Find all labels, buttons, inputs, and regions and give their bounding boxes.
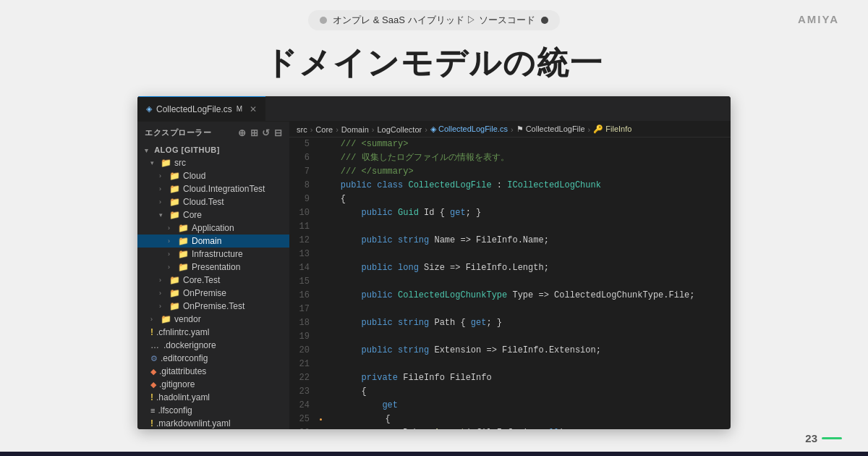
sidebar-item-presentation[interactable]: 📁 Presentation [137, 261, 289, 274]
code-line-6: /// 収集したログファイルの情報を表す。 [320, 151, 731, 165]
sidebar-item-label: Cloud [183, 171, 205, 181]
tab-bar: ◈ CollectedLogFile.cs M ✕ [137, 96, 731, 122]
domain-folder-icon: 📁 [178, 236, 189, 246]
breadcrumb-core: Core [315, 125, 333, 134]
gitattributes-icon: ◆ [150, 367, 156, 376]
code-line-15 [320, 275, 731, 289]
op-folder-icon: 📁 [169, 288, 180, 298]
breadcrumb-sep-2: › [336, 125, 339, 134]
sidebar-item-label: .gitignore [159, 379, 195, 389]
sidebar-item-markdownlint[interactable]: ! .markdownlint.yaml [137, 417, 289, 429]
pres-chevron [168, 263, 175, 271]
page-number: 23 [805, 432, 842, 444]
sidebar-item-label: Cloud.Test [183, 197, 224, 207]
sidebar-item-cloud-test[interactable]: 📁 Cloud.Test [137, 195, 289, 208]
code-line-7: /// </summary> [320, 165, 731, 179]
tab-close-button[interactable]: ✕ [250, 104, 257, 114]
code-line-17 [320, 303, 731, 316]
code-line-22: private FileInfo FileInfo [320, 371, 731, 385]
breadcrumb-class: ⚑ CollectedLogFile [516, 124, 585, 134]
sidebar-item-gitattributes[interactable]: ◆ .gitattributes [137, 365, 289, 378]
sidebar-item-hadolint[interactable]: ! .hadolint.yaml [137, 391, 289, 404]
sidebar-item-label: .gitattributes [159, 366, 206, 376]
app-folder-icon: 📁 [178, 223, 189, 233]
code-line-10: public Guid Id { get; } [320, 206, 731, 220]
core-folder-icon: 📁 [169, 210, 180, 220]
sidebar-explorer: エクスプローラー ⊕ ⊞ ↺ ⊟ ALOG [GITHUB] 📁 [137, 122, 289, 429]
sidebar-item-label: .markdownlint.yaml [156, 418, 231, 428]
sidebar-item-src[interactable]: 📁 src [137, 156, 289, 169]
bottom-bar [0, 452, 868, 456]
op-chevron [159, 290, 166, 297]
active-tab[interactable]: ◈ CollectedLogFile.cs M ✕ [137, 96, 265, 122]
opt-folder-icon: 📁 [169, 301, 180, 311]
coretest-chevron [159, 276, 166, 284]
new-file-icon[interactable]: ⊕ [238, 127, 247, 138]
tab-label: CollectedLogFile.cs [156, 104, 232, 114]
refresh-icon[interactable]: ↺ [262, 127, 271, 138]
cfnlintrc-icon: ! [150, 327, 153, 337]
src-chevron [150, 159, 158, 166]
page-number-text: 23 [805, 432, 817, 444]
sidebar-item-dockerignore[interactable]: … .dockerignore [137, 339, 289, 352]
page-title: ドメインモデルの統一 [0, 42, 868, 85]
ct-chevron [159, 198, 166, 206]
breadcrumb-logcollector: LogCollector [377, 125, 422, 134]
vendor-folder-icon: 📁 [161, 314, 171, 324]
code-area: src › Core › Domain › LogCollector › ◈ C… [289, 122, 731, 429]
sidebar-item-core[interactable]: 📁 Core [137, 208, 289, 221]
code-line-5: /// <summary> [320, 138, 731, 151]
code-line-19 [320, 330, 731, 344]
code-line-24: get [320, 399, 731, 413]
sidebar-item-label: Cloud.IntegrationTest [183, 184, 265, 194]
sidebar-header-icons: ⊕ ⊞ ↺ ⊟ [238, 127, 282, 138]
sidebar-item-onpremise[interactable]: 📁 OnPremise [137, 287, 289, 300]
sidebar-item-onpremise-test[interactable]: 📁 OnPremise.Test [137, 300, 289, 313]
breadcrumb-sep-3: › [372, 125, 375, 134]
code-line-20: public string Extension => FileInfo.Exte… [320, 344, 731, 358]
sidebar-item-application[interactable]: 📁 Application [137, 221, 289, 235]
sidebar-item-label: .hadolint.yaml [156, 392, 210, 402]
markdownlint-icon: ! [150, 418, 153, 428]
src-folder-icon: 📁 [161, 158, 171, 168]
collapse-icon[interactable]: ⊟ [274, 127, 283, 138]
sidebar-item-label: Infrastructure [192, 249, 243, 259]
pres-folder-icon: 📁 [178, 262, 189, 272]
top-pill-text: オンプレ & SaaS ハイブリッド ▷ ソースコード [333, 14, 535, 27]
sidebar-item-lfsconfig[interactable]: ≡ .lfsconfig [137, 404, 289, 417]
breadcrumb-src: src [297, 125, 307, 134]
code-lines: /// <summary> /// 収集したログファイルの情報を表す。 /// … [315, 138, 731, 429]
sidebar-item-label: Domain [192, 236, 221, 246]
sidebar-item-vendor[interactable]: 📁 vendor [137, 313, 289, 326]
breadcrumb-file: ◈ CollectedLogFile.cs [430, 124, 508, 134]
cloud-chevron [159, 172, 166, 180]
code-content[interactable]: 56789 1011121314 1516171819 2021222324 2… [289, 138, 731, 429]
ci-folder-icon: 📁 [169, 184, 180, 194]
sidebar-item-core-test[interactable]: 📁 Core.Test [137, 274, 289, 287]
sidebar-item-infrastructure[interactable]: 📁 Infrastructure [137, 248, 289, 261]
sidebar-item-cloud[interactable]: 📁 Cloud [137, 169, 289, 182]
code-line-13 [320, 248, 731, 261]
hadolint-icon: ! [150, 392, 153, 402]
sidebar-item-cloud-integration[interactable]: 📁 Cloud.IntegrationTest [137, 182, 289, 195]
sidebar-item-label: OnPremise.Test [183, 301, 244, 311]
sidebar-item-domain[interactable]: 📁 Domain [137, 235, 289, 248]
code-line-25: { [320, 413, 731, 426]
sidebar-item-editorconfig[interactable]: ⚙ .editorconfig [137, 352, 289, 365]
sidebar-item-gitignore[interactable]: ◆ .gitignore [137, 378, 289, 391]
code-line-16: public CollectedLogChunkType Type => Col… [320, 289, 731, 303]
sidebar-item-label: Core [183, 210, 202, 220]
sidebar-header: エクスプローラー ⊕ ⊞ ↺ ⊟ [137, 122, 289, 143]
sidebar-item-cfnlintrc[interactable]: ! .cfnlintrc.yaml [137, 326, 289, 339]
breadcrumb-sep-1: › [310, 125, 313, 134]
sidebar-item-label: .editorconfig [161, 353, 208, 363]
editor-body: エクスプローラー ⊕ ⊞ ↺ ⊟ ALOG [GITHUB] 📁 [137, 122, 731, 429]
new-folder-icon[interactable]: ⊞ [250, 127, 259, 138]
lfsconfig-icon: ≡ [150, 406, 155, 415]
tab-file-icon: ◈ [146, 104, 152, 114]
dockerignore-icon: … [150, 340, 161, 350]
vendor-chevron [150, 316, 158, 323]
gitignore-icon: ◆ [150, 380, 156, 389]
page-line [822, 437, 842, 439]
core-chevron [159, 211, 166, 219]
